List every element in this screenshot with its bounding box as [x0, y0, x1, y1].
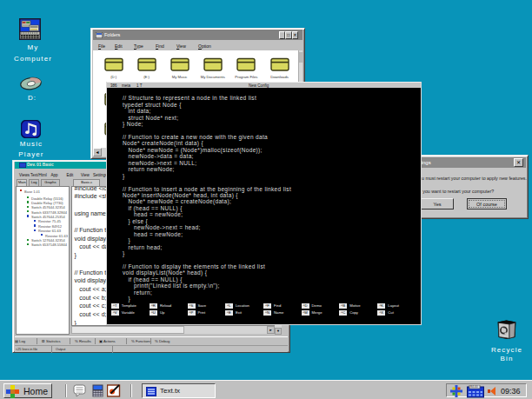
- svg-text:84.00: 84.00: [470, 385, 478, 389]
